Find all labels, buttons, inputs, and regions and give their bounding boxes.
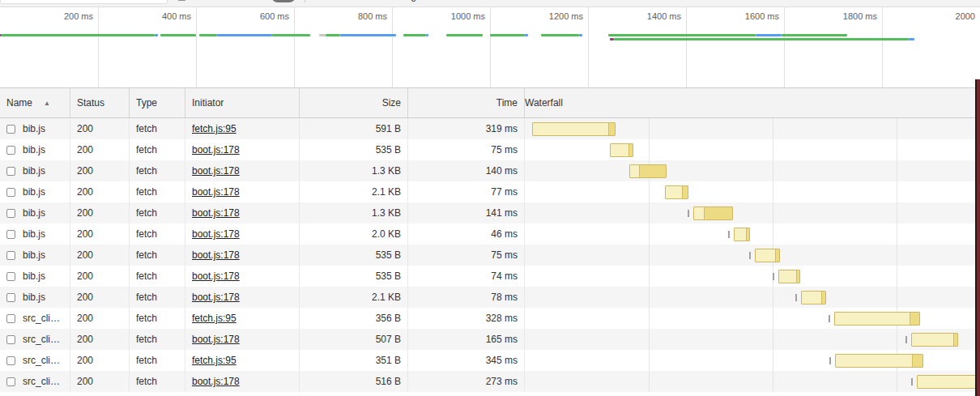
- ruler-gridline: [294, 7, 295, 87]
- waterfall-gridline: [649, 287, 650, 308]
- request-name: bib.js: [23, 123, 45, 134]
- waterfall-gridline: [773, 371, 773, 392]
- table-row[interactable]: src_cli…200fetchfetch.js:95356 B328 ms: [0, 308, 980, 329]
- column-header-initiator[interactable]: Initiator: [185, 88, 300, 117]
- waterfall-cell: [525, 308, 980, 329]
- time-value: 75 ms: [491, 249, 518, 261]
- filter-type-css[interactable]: CSS: [369, 0, 389, 2]
- initiator-link[interactable]: boot.js:178: [192, 207, 240, 219]
- filter-type-doc[interactable]: Doc: [496, 0, 513, 2]
- filter-type-img[interactable]: Img: [400, 0, 416, 2]
- waterfall-bar[interactable]: [688, 206, 733, 220]
- type-value: fetch: [136, 144, 157, 155]
- load-event-line: [977, 79, 980, 396]
- time-value: 46 ms: [491, 228, 518, 240]
- column-header-waterfall[interactable]: Waterfall: [525, 88, 980, 117]
- table-row[interactable]: bib.js200fetchboot.js:1782.1 KB78 ms: [0, 287, 980, 308]
- filter-type-media[interactable]: Media: [428, 0, 454, 2]
- waterfall-download-segment: [775, 249, 779, 262]
- waterfall-download-segment: [821, 292, 825, 304]
- filter-type-font[interactable]: Font: [466, 0, 485, 2]
- row-checkbox[interactable]: [6, 293, 15, 302]
- table-row[interactable]: src_cli…200fetchboot.js:178516 B273 ms: [0, 371, 980, 392]
- initiator-link[interactable]: fetch.js:95: [192, 355, 236, 366]
- time-value: 75 ms: [491, 144, 518, 155]
- filter-type-manifest[interactable]: Manifest: [552, 0, 588, 2]
- row-checkbox[interactable]: [6, 209, 15, 218]
- size-value: 535 B: [376, 144, 401, 155]
- initiator-link[interactable]: boot.js:178: [192, 228, 240, 240]
- filter-type-other[interactable]: Other: [600, 0, 624, 2]
- initiator-link[interactable]: boot.js:178: [192, 270, 240, 282]
- waterfall-bar-body: [834, 312, 920, 326]
- table-row[interactable]: bib.js200fetchfetch.js:95591 B319 ms: [0, 118, 980, 139]
- waterfall-cell: [525, 118, 980, 139]
- waterfall-download-segment: [953, 334, 957, 346]
- initiator-link[interactable]: boot.js:178: [192, 144, 240, 155]
- type-cell: fetch: [130, 139, 185, 160]
- waterfall-bar-body: [734, 228, 750, 241]
- ruler-gridline: [196, 7, 197, 87]
- filter-type-xhr[interactable]: XHR: [314, 0, 334, 2]
- request-name: src_cli…: [23, 376, 60, 387]
- waterfall-bar[interactable]: [728, 227, 750, 241]
- time-cell: 140 ms: [408, 160, 525, 181]
- row-checkbox[interactable]: [6, 230, 15, 239]
- name-cell: bib.js: [0, 245, 70, 266]
- filter-input[interactable]: [0, 0, 168, 4]
- initiator-link[interactable]: fetch.js:95: [192, 123, 236, 134]
- waterfall-bar[interactable]: [829, 353, 923, 368]
- waterfall-bar[interactable]: [749, 248, 780, 262]
- row-checkbox[interactable]: [6, 125, 15, 134]
- row-checkbox[interactable]: [6, 251, 15, 260]
- initiator-link[interactable]: boot.js:178: [192, 376, 240, 387]
- row-checkbox[interactable]: [6, 377, 15, 386]
- initiator-link[interactable]: boot.js:178: [192, 165, 240, 177]
- filter-type-ws[interactable]: WS: [525, 0, 540, 2]
- waterfall-bar[interactable]: [795, 290, 826, 304]
- waterfall-bar[interactable]: [905, 332, 958, 347]
- type-value: fetch: [136, 207, 157, 219]
- column-header-status[interactable]: Status: [70, 88, 130, 117]
- table-row[interactable]: bib.js200fetchboot.js:178535 B75 ms: [0, 139, 980, 160]
- row-checkbox[interactable]: [6, 272, 15, 281]
- column-header-name[interactable]: Name▲: [0, 88, 70, 117]
- table-row[interactable]: src_cli…200fetchfetch.js:95351 B345 ms: [0, 350, 980, 371]
- initiator-link[interactable]: boot.js:178: [192, 249, 240, 261]
- table-row[interactable]: bib.js200fetchboot.js:1781.3 KB141 ms: [0, 202, 980, 224]
- waterfall-bar[interactable]: [665, 185, 688, 199]
- initiator-link[interactable]: boot.js:178: [192, 186, 240, 198]
- initiator-link[interactable]: boot.js:178: [192, 334, 240, 345]
- initiator-link[interactable]: boot.js:178: [192, 292, 240, 303]
- waterfall-cell: [525, 245, 980, 266]
- table-row[interactable]: bib.js200fetchboot.js:1782.1 KB77 ms: [0, 181, 980, 202]
- initiator-link[interactable]: fetch.js:95: [192, 313, 236, 324]
- waterfall-bar[interactable]: [911, 374, 980, 389]
- hide-data-urls-checkbox[interactable]: [177, 0, 186, 1]
- row-checkbox[interactable]: [6, 146, 15, 155]
- waterfall-gridline: [897, 371, 897, 392]
- size-cell: 351 B: [300, 350, 408, 371]
- waterfall-bar[interactable]: [610, 143, 633, 157]
- waterfall-bar[interactable]: [829, 311, 920, 326]
- table-row[interactable]: bib.js200fetchboot.js:178535 B74 ms: [0, 266, 980, 287]
- table-row[interactable]: src_cli…200fetchboot.js:178507 B165 ms: [0, 329, 980, 350]
- waterfall-bar[interactable]: [532, 121, 616, 136]
- table-row[interactable]: bib.js200fetchboot.js:1782.0 KB46 ms: [0, 224, 980, 245]
- row-checkbox[interactable]: [6, 167, 15, 176]
- column-header-time[interactable]: Time: [408, 88, 525, 117]
- row-checkbox[interactable]: [6, 314, 15, 323]
- table-row[interactable]: bib.js200fetchboot.js:1781.3 KB140 ms: [0, 160, 980, 181]
- table-row[interactable]: bib.js200fetchboot.js:178535 B75 ms: [0, 245, 980, 266]
- filter-type-js[interactable]: JS: [346, 0, 357, 2]
- column-header-size[interactable]: Size: [300, 88, 408, 117]
- row-checkbox[interactable]: [6, 335, 15, 344]
- timeline-overview[interactable]: 200 ms400 ms600 ms800 ms1000 ms1200 ms14…: [0, 7, 980, 88]
- waterfall-bar[interactable]: [629, 164, 667, 178]
- column-header-type[interactable]: Type: [130, 88, 185, 117]
- waterfall-bar[interactable]: [773, 269, 800, 283]
- row-checkbox[interactable]: [6, 356, 15, 365]
- time-cell: 345 ms: [408, 350, 525, 371]
- row-checkbox[interactable]: [6, 188, 15, 197]
- filter-all-pill[interactable]: All: [271, 0, 296, 2]
